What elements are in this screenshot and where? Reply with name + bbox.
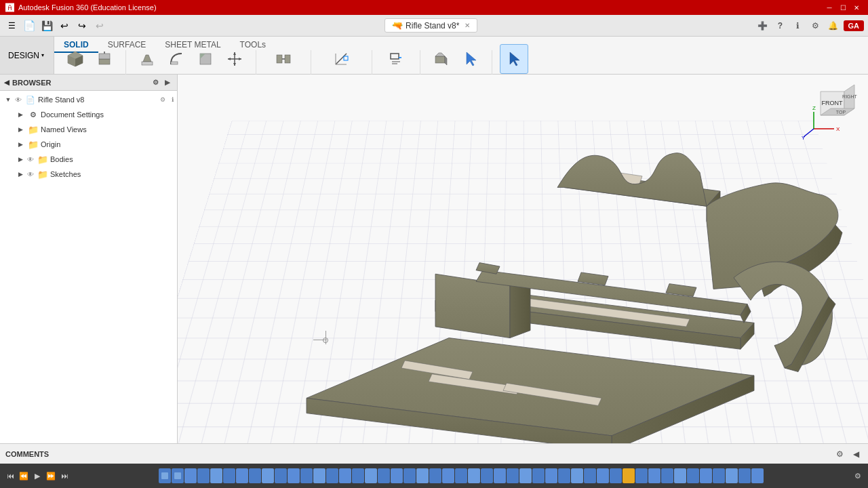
redo-icon[interactable]: ↪ bbox=[75, 18, 90, 33]
tree-edit-root[interactable]: ⚙ bbox=[158, 95, 167, 104]
timeline-item[interactable] bbox=[532, 468, 545, 483]
timeline-item[interactable] bbox=[700, 468, 712, 483]
tree-item-sketches[interactable]: ▶ 👁 📁 Sketches bbox=[0, 167, 177, 182]
timeline-item[interactable] bbox=[223, 468, 235, 483]
timeline-item[interactable] bbox=[442, 468, 454, 483]
tree-toggle-views[interactable]: ▶ bbox=[15, 124, 26, 135]
tree-item-named-views[interactable]: ▶ 📁 Named Views bbox=[0, 122, 177, 137]
timeline-item[interactable] bbox=[468, 468, 480, 483]
timeline-item[interactable] bbox=[507, 468, 519, 483]
tree-info-root[interactable]: ℹ bbox=[167, 95, 177, 104]
timeline-item[interactable] bbox=[159, 468, 171, 483]
tree-eye-bodies[interactable]: 👁 bbox=[26, 155, 35, 164]
tab-close-icon[interactable]: ✕ bbox=[465, 22, 470, 29]
tree-toggle-bodies[interactable]: ▶ bbox=[15, 154, 26, 165]
help-icon[interactable]: ? bbox=[773, 18, 788, 33]
undo-icon[interactable]: ↩ bbox=[57, 18, 72, 33]
timeline-item[interactable] bbox=[275, 468, 287, 483]
add-tab-icon[interactable]: ➕ bbox=[755, 18, 770, 33]
tree-eye-root[interactable]: 👁 bbox=[14, 95, 23, 104]
timeline-item[interactable] bbox=[481, 468, 493, 483]
assemble-tool[interactable] bbox=[269, 44, 298, 74]
viewport[interactable]: FRONT RIGHT TOP X Z Y bbox=[178, 75, 868, 443]
status-settings-icon[interactable]: ⚙ bbox=[833, 447, 846, 461]
timeline-item[interactable] bbox=[429, 468, 441, 483]
timeline-item[interactable] bbox=[391, 468, 403, 483]
tree-toggle-root[interactable]: ▼ bbox=[3, 94, 14, 105]
select-tool[interactable] bbox=[500, 44, 528, 74]
browser-back-icon[interactable]: ◀ bbox=[4, 79, 9, 86]
timeline-item[interactable] bbox=[455, 468, 467, 483]
viewcube[interactable]: FRONT RIGHT TOP X Z Y bbox=[800, 81, 861, 142]
tree-item-origin[interactable]: ▶ 📁 Origin bbox=[0, 137, 177, 152]
timeline-item[interactable] bbox=[738, 468, 751, 483]
timeline-item[interactable] bbox=[313, 468, 326, 483]
timeline-item[interactable] bbox=[597, 468, 609, 483]
tree-toggle-sketches[interactable]: ▶ bbox=[15, 169, 26, 180]
modify-press-pull-tool[interactable] bbox=[133, 44, 161, 74]
timeline-item[interactable] bbox=[610, 468, 622, 483]
timeline-item[interactable] bbox=[288, 468, 300, 483]
status-collapse-icon[interactable]: ◀ bbox=[849, 447, 863, 461]
timeline-start-icon[interactable]: ⏮ bbox=[4, 470, 16, 482]
timeline-item[interactable] bbox=[494, 468, 506, 483]
timeline-item[interactable] bbox=[172, 468, 184, 483]
timeline-item[interactable] bbox=[262, 468, 274, 483]
timeline-item[interactable] bbox=[635, 468, 648, 483]
design-button[interactable]: DESIGN ▾ bbox=[0, 37, 54, 74]
undo2-icon[interactable]: ↩ bbox=[92, 18, 107, 33]
timeline-item[interactable] bbox=[571, 468, 583, 483]
browser-settings-icon[interactable]: ⚙ bbox=[150, 77, 161, 88]
timeline-item[interactable] bbox=[661, 468, 673, 483]
timeline-settings-icon[interactable]: ⚙ bbox=[852, 470, 864, 482]
modify-chamfer-tool[interactable] bbox=[191, 44, 220, 74]
timeline-item[interactable] bbox=[545, 468, 557, 483]
timeline-next-icon[interactable]: ⏩ bbox=[45, 470, 57, 482]
create-extrude-tool[interactable] bbox=[90, 44, 119, 74]
timeline-item[interactable] bbox=[648, 468, 660, 483]
timeline-end-icon[interactable]: ⏭ bbox=[58, 470, 71, 482]
notification-icon[interactable]: 🔔 bbox=[826, 18, 841, 33]
timeline-play-icon[interactable]: ▶ bbox=[31, 470, 43, 482]
construct-tool[interactable] bbox=[327, 44, 355, 74]
hamburger-menu-icon[interactable]: ☰ bbox=[4, 18, 19, 33]
timeline-item[interactable] bbox=[300, 468, 313, 483]
user-avatar[interactable]: GA bbox=[844, 20, 865, 31]
create-box-tool[interactable] bbox=[61, 44, 90, 74]
tree-toggle-origin[interactable]: ▶ bbox=[15, 139, 26, 150]
tree-item-root[interactable]: ▼ 👁 📄 Rifle Stand v8 ⚙ ℹ bbox=[0, 92, 177, 107]
timeline-item[interactable] bbox=[403, 468, 416, 483]
timeline-item[interactable] bbox=[326, 468, 338, 483]
document-tab[interactable]: 🔫 Rifle Stand v8* ✕ bbox=[384, 18, 477, 33]
close-button[interactable]: ✕ bbox=[850, 2, 863, 13]
timeline-item[interactable] bbox=[726, 468, 738, 483]
timeline-item[interactable] bbox=[713, 468, 725, 483]
timeline-item[interactable] bbox=[197, 468, 210, 483]
info-icon[interactable]: ℹ bbox=[791, 18, 806, 33]
timeline-item[interactable] bbox=[378, 468, 390, 483]
insert-decal-tool[interactable] bbox=[427, 44, 456, 74]
maximize-button[interactable]: ☐ bbox=[837, 2, 849, 13]
tree-toggle-doc[interactable]: ▶ bbox=[15, 109, 26, 120]
timeline-item[interactable] bbox=[339, 468, 351, 483]
modify-fillet-tool[interactable] bbox=[162, 44, 191, 74]
insert-cursor-tool[interactable] bbox=[456, 44, 485, 74]
new-file-icon[interactable]: 📄 bbox=[22, 18, 37, 33]
timeline-item[interactable] bbox=[558, 468, 570, 483]
timeline-item[interactable] bbox=[236, 468, 248, 483]
timeline-item[interactable] bbox=[519, 468, 532, 483]
inspect-tool[interactable] bbox=[382, 44, 410, 74]
timeline-item[interactable] bbox=[751, 468, 764, 483]
tree-item-doc-settings[interactable]: ▶ ⚙ Document Settings bbox=[0, 107, 177, 122]
settings-icon[interactable]: ⚙ bbox=[808, 18, 823, 33]
tree-eye-sketches[interactable]: 👁 bbox=[26, 169, 35, 179]
modify-move-tool[interactable] bbox=[220, 44, 249, 74]
timeline-item[interactable] bbox=[416, 468, 429, 483]
tree-item-bodies[interactable]: ▶ 👁 📁 Bodies bbox=[0, 152, 177, 167]
timeline-item[interactable] bbox=[674, 468, 686, 483]
timeline-item[interactable] bbox=[352, 468, 364, 483]
browser-collapse-icon[interactable]: ▶ bbox=[162, 77, 173, 88]
timeline-item[interactable] bbox=[365, 468, 377, 483]
save-icon[interactable]: 💾 bbox=[39, 18, 54, 33]
timeline-item[interactable] bbox=[584, 468, 596, 483]
